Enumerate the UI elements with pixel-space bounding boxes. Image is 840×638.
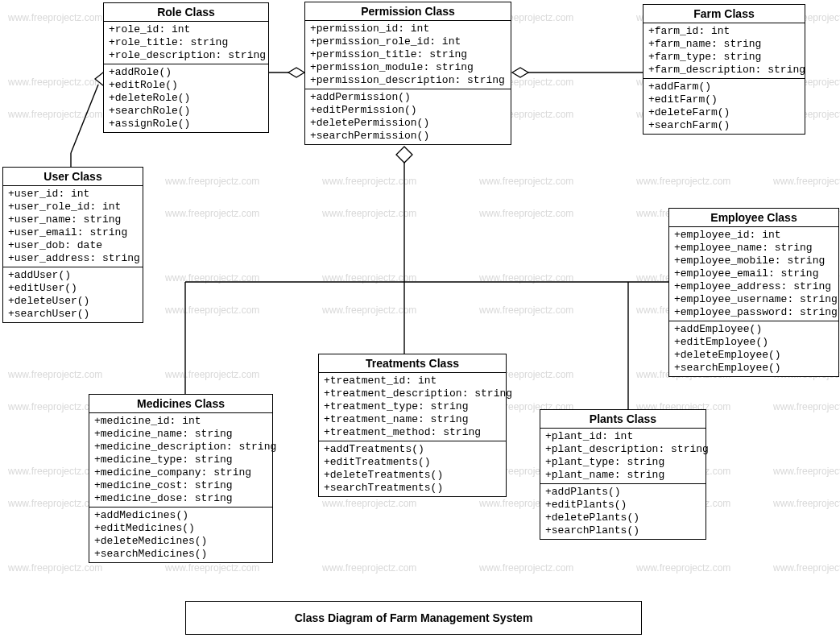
class-title: Employee Class (669, 209, 838, 227)
class-member: +permission_module: string (310, 61, 506, 74)
class-title: User Class (3, 168, 143, 186)
class-member: +treatment_name: string (324, 413, 501, 426)
watermark-text: www.freeprojectz.com (479, 304, 573, 316)
class-member: +permission_role_id: int (310, 35, 506, 48)
attrs: +role_id: int+role_title: string+role_de… (104, 22, 268, 64)
class-member: +searchTreatments() (324, 482, 501, 495)
class-plants: Plants Class +plant_id: int+plant_descri… (540, 409, 706, 540)
class-member: +editFarm() (648, 93, 800, 106)
class-member: +searchUser() (8, 308, 138, 321)
svg-line-1 (71, 85, 98, 153)
class-member: +farm_description: string (648, 64, 800, 77)
class-member: +deleteFarm() (648, 106, 800, 119)
watermark-text: www.freeprojectz.com (773, 176, 840, 187)
watermark-text: www.freeprojectz.com (479, 208, 573, 219)
watermark-text: www.freeprojectz.com (165, 562, 259, 574)
class-member: +employee_password: string (674, 306, 834, 319)
attrs: +farm_id: int+farm_name: string+farm_typ… (643, 23, 805, 79)
class-member: +searchMedicines() (94, 548, 267, 561)
class-member: +medicine_id: int (94, 415, 267, 428)
watermark-text: www.freeprojectz.com (479, 176, 573, 187)
watermark-text: www.freeprojectz.com (322, 304, 416, 316)
class-member: +searchFarm() (648, 119, 800, 132)
class-member: +user_dob: date (8, 239, 138, 252)
class-member: +addRole() (109, 66, 263, 79)
svg-marker-4 (288, 68, 304, 77)
class-member: +farm_name: string (648, 38, 800, 51)
class-member: +medicine_dose: string (94, 492, 267, 505)
class-member: +addUser() (8, 269, 138, 282)
class-member: +employee_address: string (674, 280, 834, 293)
diagram-caption: Class Diagram of Farm Management System (185, 601, 642, 635)
class-medicines: Medicines Class +medicine_id: int+medici… (89, 394, 273, 563)
watermark-text: www.freeprojectz.com (773, 562, 840, 574)
class-member: +medicine_cost: string (94, 479, 267, 492)
class-member: +employee_name: string (674, 242, 834, 255)
class-member: +searchPermission() (310, 130, 506, 143)
class-member: +deleteTreatments() (324, 469, 501, 482)
class-title: Role Class (104, 3, 268, 22)
class-member: +editRole() (109, 79, 263, 92)
class-member: +plant_id: int (545, 430, 701, 443)
class-member: +farm_id: int (648, 25, 800, 38)
class-member: +role_title: string (109, 36, 263, 49)
class-member: +addPermission() (310, 91, 506, 104)
watermark-text: www.freeprojectz.com (8, 109, 102, 120)
watermark-text: www.freeprojectz.com (165, 369, 259, 380)
watermark-text: www.freeprojectz.com (8, 369, 102, 380)
class-member: +editMedicines() (94, 522, 267, 535)
class-title: Treatments Class (319, 354, 506, 373)
class-employee: Employee Class +employee_id: int+employe… (668, 208, 839, 377)
class-member: +deleteMedicines() (94, 535, 267, 548)
class-member: +farm_type: string (648, 51, 800, 64)
class-member: +editPermission() (310, 104, 506, 117)
class-member: +deleteEmployee() (674, 349, 834, 362)
class-member: +deleteRole() (109, 92, 263, 105)
watermark-text: www.freeprojectz.com (773, 498, 840, 509)
class-member: +user_name: string (8, 213, 138, 226)
class-member: +addTreatments() (324, 443, 501, 456)
class-member: +editEmployee() (674, 336, 834, 349)
ops: +addEmployee()+editEmployee()+deleteEmpl… (669, 321, 838, 376)
class-member: +deletePermission() (310, 117, 506, 130)
attrs: +plant_id: int+plant_description: string… (540, 429, 706, 484)
class-member: +employee_mobile: string (674, 255, 834, 267)
ops: +addUser()+editUser()+deleteUser()+searc… (3, 267, 143, 322)
class-farm: Farm Class +farm_id: int+farm_name: stri… (643, 4, 805, 135)
watermark-text: www.freeprojectz.com (636, 562, 730, 574)
ops: +addRole()+editRole()+deleteRole()+searc… (104, 64, 268, 132)
ops: +addTreatments()+editTreatments()+delete… (319, 441, 506, 496)
svg-marker-6 (512, 68, 528, 77)
watermark-text: www.freeprojectz.com (479, 272, 573, 284)
class-member: +editUser() (8, 282, 138, 295)
caption-text: Class Diagram of Farm Management System (295, 611, 533, 624)
class-member: +treatment_id: int (324, 375, 501, 387)
attrs: +employee_id: int+employee_name: string+… (669, 227, 838, 321)
watermark-text: www.freeprojectz.com (165, 176, 259, 187)
class-member: +user_role_id: int (8, 201, 138, 213)
class-member: +medicine_company: string (94, 466, 267, 479)
attrs: +user_id: int+user_role_id: int+user_nam… (3, 186, 143, 267)
ops: +addPermission()+editPermission()+delete… (305, 89, 511, 144)
class-member: +employee_email: string (674, 267, 834, 280)
class-member: +role_id: int (109, 23, 263, 36)
watermark-text: www.freeprojectz.com (322, 498, 416, 509)
attrs: +medicine_id: int+medicine_name: string+… (89, 413, 272, 508)
class-member: +addEmployee() (674, 323, 834, 336)
watermark-text: www.freeprojectz.com (8, 77, 102, 88)
attrs: +permission_id: int+permission_role_id: … (305, 21, 511, 89)
class-title: Plants Class (540, 410, 706, 429)
class-member: +editTreatments() (324, 456, 501, 469)
watermark-text: www.freeprojectz.com (322, 176, 416, 187)
ops: +addPlants()+editPlants()+deletePlants()… (540, 484, 706, 539)
watermark-text: www.freeprojectz.com (636, 176, 730, 187)
class-user: User Class +user_id: int+user_role_id: i… (2, 167, 143, 323)
class-member: +plant_description: string (545, 443, 701, 456)
class-member: +plant_name: string (545, 469, 701, 482)
class-member: +deleteUser() (8, 295, 138, 308)
class-member: +addFarm() (648, 81, 800, 93)
watermark-text: www.freeprojectz.com (165, 304, 259, 316)
watermark-text: www.freeprojectz.com (479, 562, 573, 574)
class-title: Permission Class (305, 2, 511, 21)
class-member: +user_address: string (8, 252, 138, 265)
